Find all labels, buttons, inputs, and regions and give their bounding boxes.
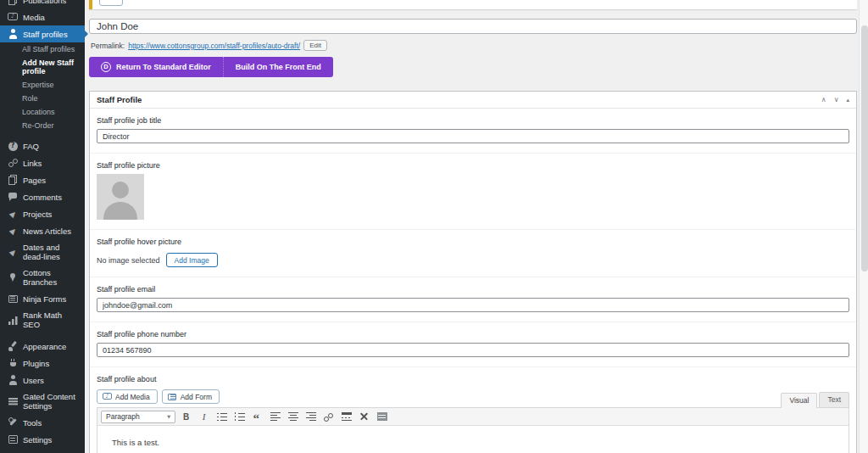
pushpin-icon [8, 209, 18, 219]
blockquote-button[interactable] [250, 411, 264, 423]
sidebar-item-projects[interactable]: Projects [0, 205, 85, 222]
admin-sidebar-menu: PublicationsMediaStaff profilesAll Staff… [0, 0, 85, 453]
sidebar-item-label: News Articles [23, 226, 80, 236]
sidebar-item-dates-and-dead-lines[interactable]: Dates and dead-lines [0, 239, 85, 265]
permalink-edit-button[interactable]: Edit [303, 40, 327, 51]
sidebar-item-staff-profiles[interactable]: Staff profiles [0, 25, 85, 42]
post-title-input[interactable] [89, 19, 857, 34]
pages-icon [8, 0, 18, 5]
sidebar-item-re-order[interactable]: Re-Order [0, 119, 85, 132]
wrench-icon [8, 417, 18, 428]
bold-button[interactable]: B [179, 411, 193, 423]
sidebar-item-links[interactable]: Links [0, 154, 85, 171]
sidebar-item-comments[interactable]: Comments [0, 188, 85, 205]
sidebar-item-label: Links [23, 159, 80, 168]
sidebar-item-gated-content-settings[interactable]: Gated Content Settings [0, 389, 85, 414]
tab-visual[interactable]: Visual [781, 393, 817, 408]
sidebar-item-content-type-settings[interactable]: Content Type Settings [0, 448, 85, 453]
italic-glyph: I [203, 411, 206, 422]
user-icon [8, 375, 18, 385]
align-left-button[interactable] [268, 411, 282, 423]
sidebar-item-pages[interactable]: Pages [0, 171, 85, 188]
form-icon [8, 294, 18, 304]
toggle-panel-icon[interactable]: ▴ [846, 97, 849, 103]
add-media-button[interactable]: Add Media [97, 389, 158, 404]
paragraph-format-dropdown[interactable]: Paragraph ▼ [101, 411, 175, 423]
vertical-scrollbar[interactable] [859, 0, 868, 453]
add-form-button[interactable]: Add Form [162, 389, 220, 404]
metabox-controls: ∧ ∨ ▴ [821, 97, 849, 103]
align-right-button[interactable] [303, 411, 318, 423]
sidebar-item-expertise[interactable]: Expertise [0, 78, 85, 92]
sidebar-item-settings[interactable]: Settings [0, 431, 85, 448]
profile-picture-placeholder[interactable] [97, 174, 144, 220]
editor-content-area[interactable]: This is a test. [97, 426, 849, 453]
permalink-url-link[interactable]: https://www.cottonsgroup.com/staff-profi… [128, 42, 300, 50]
sidebar-item-label: Comments [23, 193, 80, 202]
scrollbar-thumb[interactable] [861, 25, 868, 271]
sidebar-item-all-staff-profiles[interactable]: All Staff profiles [0, 42, 85, 56]
numbered-list-button[interactable] [232, 411, 247, 423]
sidebar-item-locations[interactable]: Locations [0, 105, 85, 119]
sidebar-item-label: Appearance [23, 342, 80, 351]
toolbar-toggle-button[interactable] [375, 411, 389, 423]
sidebar-item-label: Gated Content Settings [23, 392, 80, 411]
editor-text: This is a test. [112, 438, 159, 447]
field-about: Staff profile about Add Media Add Form [90, 367, 856, 453]
comment-icon [8, 192, 18, 202]
add-image-button[interactable]: Add Image [166, 253, 218, 267]
metabox-header[interactable]: Staff Profile ∧ ∨ ▴ [90, 92, 856, 109]
editor-media-row: Add Media Add Form Visual Text [97, 389, 849, 407]
sidebar-item-tools[interactable]: Tools [0, 414, 85, 431]
build-front-end-button[interactable]: Build On The Front End [223, 57, 333, 77]
sidebar-item-label: Ninja Forms [23, 294, 80, 304]
sidebar-item-label: Publications [23, 0, 80, 5]
sidebar-item-plugins[interactable]: Plugins [0, 355, 85, 372]
fullscreen-icon [359, 412, 370, 421]
return-standard-editor-button[interactable]: D Return To Standard Editor [89, 57, 223, 77]
link-icon [324, 412, 334, 421]
insert-link-button[interactable] [321, 411, 336, 423]
admin-notice-partial [89, 0, 857, 9]
email-input[interactable] [97, 298, 849, 312]
sidebar-item-users[interactable]: Users [0, 372, 85, 389]
sidebar-item-ninja-forms[interactable]: Ninja Forms [0, 290, 85, 307]
links-icon [8, 158, 18, 168]
tab-text[interactable]: Text [819, 392, 849, 407]
field-email: Staff profile email [90, 277, 856, 322]
main-content: Permalink: https://www.cottonsgroup.com/… [85, 0, 868, 453]
more-tag-button[interactable] [339, 411, 353, 423]
sidebar-item-faq[interactable]: FAQ [0, 137, 85, 154]
sidebar-item-label: FAQ [23, 142, 80, 151]
sidebar-item-news-articles[interactable]: News Articles [0, 222, 85, 239]
sidebar-item-label: Cottons Branches [23, 268, 80, 287]
sidebar-item-rank-math-seo[interactable]: Rank Math SEO [0, 307, 85, 333]
align-center-button[interactable] [286, 411, 300, 423]
front-end-label: Build On The Front End [236, 63, 321, 71]
move-down-icon[interactable]: ∨ [834, 97, 839, 103]
phone-label: Staff profile phone number [97, 330, 849, 338]
plugin-icon [8, 358, 18, 368]
sidebar-item-add-new-staff-profile[interactable]: Add New Staff profile [0, 56, 85, 78]
toolbar-toggle-icon [377, 412, 387, 421]
sidebar-item-label: Re-Order [22, 121, 80, 130]
italic-button[interactable]: I [197, 411, 211, 423]
field-job-title: Staff profile job title [90, 109, 856, 154]
bulleted-list-button[interactable] [214, 411, 229, 423]
format-dropdown-value: Paragraph [106, 412, 140, 421]
fullscreen-button[interactable] [357, 411, 371, 423]
move-up-icon[interactable]: ∧ [821, 97, 826, 103]
sidebar-item-appearance[interactable]: Appearance [0, 338, 85, 355]
sidebar-item-label: Rank Math SEO [23, 310, 80, 329]
field-phone: Staff profile phone number [90, 322, 856, 367]
chevron-down-icon: ▼ [167, 414, 170, 419]
sidebar-item-publications[interactable]: Publications [0, 0, 85, 8]
notice-button-partial[interactable] [99, 0, 123, 6]
sidebar-item-cottons-branches[interactable]: Cottons Branches [0, 265, 85, 290]
job-title-input[interactable] [97, 129, 849, 143]
sidebar-item-media[interactable]: Media [0, 8, 85, 25]
phone-input[interactable] [97, 343, 849, 357]
wysiwyg-editor: Paragraph ▼ B I [97, 407, 849, 453]
sidebar-item-role[interactable]: Role [0, 92, 85, 105]
sidebar-item-label: Locations [22, 108, 80, 116]
